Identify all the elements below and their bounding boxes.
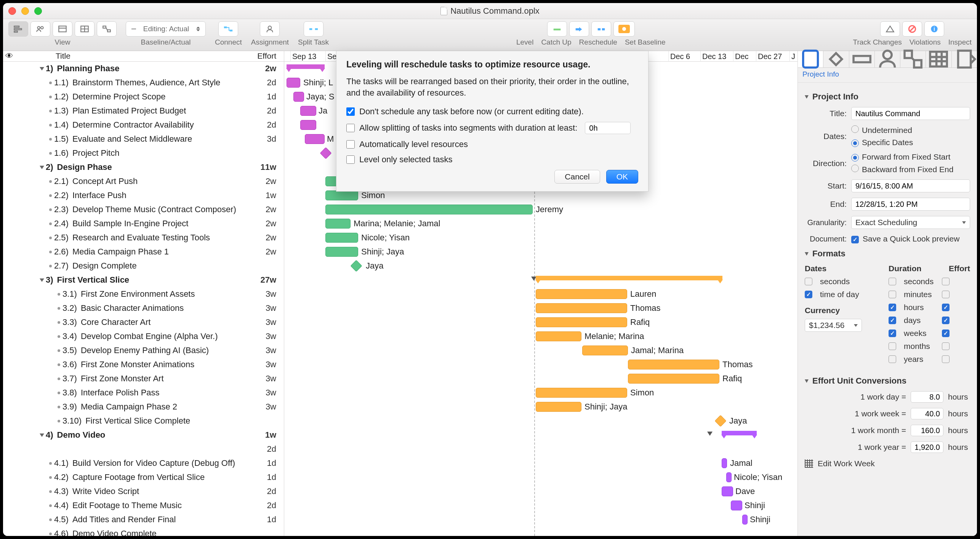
duration-weeks-checkbox[interactable]: [889, 329, 896, 337]
quicklook-checkbox[interactable]: Save a Quick Look preview: [851, 234, 959, 243]
outline-row[interactable]: 4.3) Write Video Script 2d: [3, 485, 284, 499]
task-bar[interactable]: [325, 219, 351, 229]
outline-row[interactable]: 3.2) Basic Character Animations 3w: [3, 301, 284, 315]
task-bar[interactable]: [742, 515, 748, 525]
summary-collapse-icon[interactable]: [707, 432, 713, 436]
inspector-tab-milestone[interactable]: [823, 51, 849, 67]
outline-row[interactable]: 2d: [3, 442, 284, 456]
baseline-actual-selector[interactable]: Editing: Actual: [126, 21, 206, 37]
inspector-tab-project[interactable]: [798, 51, 823, 67]
outline-row[interactable]: 3.5) Develop Enemy Pathing AI (Basic) 3w: [3, 344, 284, 358]
outline-row[interactable]: 2.5) Research and Evaluate Testing Tools…: [3, 231, 284, 245]
outline-row[interactable]: 2.7) Design Complete: [3, 259, 284, 273]
dates-timeofday-checkbox[interactable]: time of day: [805, 290, 859, 299]
task-bar[interactable]: [726, 472, 732, 482]
split-duration-input[interactable]: [585, 122, 631, 134]
outline-row[interactable]: 1.2) Determine Project Scope 1d: [3, 90, 284, 104]
outline-row[interactable]: 4.4) Edit Footage to Theme Music 2d: [3, 499, 284, 513]
task-bar[interactable]: [325, 205, 533, 214]
disclosure-triangle-icon[interactable]: [38, 433, 46, 437]
outline-row[interactable]: 4.2) Capture Footage from Vertical Slice…: [3, 470, 284, 485]
inspector-tab-task[interactable]: [849, 51, 875, 67]
outline-row[interactable]: 1.3) Plan Estimated Project Budget 2d: [3, 104, 284, 118]
outline-row[interactable]: 1.6) Project Pitch: [3, 146, 284, 160]
task-bar[interactable]: [722, 458, 727, 468]
auto-level-checkbox[interactable]: Automatically level resources: [346, 139, 638, 149]
view-network-button[interactable]: [97, 21, 117, 37]
section-formats[interactable]: Formats: [805, 249, 970, 259]
task-bar[interactable]: [628, 374, 719, 384]
dates-seconds-checkbox[interactable]: seconds: [805, 277, 850, 286]
outline-row[interactable]: 4) Demo Video 1w: [3, 428, 284, 442]
conv-year-input[interactable]: [911, 441, 943, 453]
task-bar[interactable]: [731, 501, 742, 510]
column-title[interactable]: Title: [15, 51, 246, 61]
task-bar[interactable]: [325, 190, 358, 200]
direction-forward-radio[interactable]: Forward from Fixed Start: [851, 152, 953, 162]
outline-row[interactable]: 3.1) First Zone Environment Assets 3w: [3, 287, 284, 301]
summary-bar[interactable]: [722, 431, 757, 435]
task-bar[interactable]: [536, 317, 627, 327]
edit-work-week-button[interactable]: Edit Work Week: [805, 459, 970, 468]
duration-months-checkbox[interactable]: [889, 342, 896, 350]
summary-bar[interactable]: [287, 64, 325, 69]
inspect-button[interactable]: i: [924, 21, 944, 37]
outline-row[interactable]: 3.6) First Zone Monster Animations 3w: [3, 358, 284, 372]
view-grid-button[interactable]: [75, 21, 94, 37]
summary-bar[interactable]: [536, 276, 722, 280]
allow-splitting-checkbox[interactable]: Allow splitting of tasks into segments w…: [346, 122, 638, 134]
milestone-diamond[interactable]: [714, 415, 726, 427]
outline-row[interactable]: 1.1) Brainstorm Themes, Audience, Art St…: [3, 76, 284, 90]
duration-years-checkbox[interactable]: [889, 355, 896, 363]
outline-row[interactable]: 2.6) Media Campaign Phase 1 2w: [3, 245, 284, 259]
outline-row[interactable]: 3.7) First Zone Monster Art 3w: [3, 372, 284, 386]
task-bar[interactable]: [293, 92, 304, 102]
cancel-button[interactable]: Cancel: [554, 170, 600, 184]
task-outline[interactable]: 👁 Title Effort 1) Planning Phase 2w 1.1)…: [3, 51, 284, 536]
outline-row[interactable]: 4.5) Add Titles and Render Final 1d: [3, 513, 284, 527]
project-title-input[interactable]: [851, 107, 970, 120]
inspector-tab-resource[interactable]: [875, 51, 900, 67]
ok-button[interactable]: OK: [606, 170, 638, 184]
task-bar[interactable]: [536, 331, 581, 341]
task-bar[interactable]: [536, 402, 581, 412]
task-bar[interactable]: [628, 360, 719, 369]
effort-days-checkbox[interactable]: [942, 317, 950, 324]
effort-weeks-checkbox[interactable]: [942, 329, 950, 337]
dates-undetermined-radio[interactable]: Undetermined: [851, 125, 913, 135]
granularity-select[interactable]: Exact Scheduling: [851, 216, 970, 229]
column-effort[interactable]: Effort: [246, 51, 284, 61]
track-changes-button[interactable]: [880, 21, 900, 37]
task-bar[interactable]: [325, 247, 358, 257]
level-button[interactable]: [547, 21, 567, 37]
effort-years-checkbox[interactable]: [942, 355, 950, 363]
view-calendar-button[interactable]: [53, 21, 72, 37]
outline-row[interactable]: 4.6) Demo Video Complete: [3, 527, 284, 536]
view-gantt-button[interactable]: [8, 21, 28, 37]
section-project-info[interactable]: Project Info: [805, 92, 970, 102]
outline-row[interactable]: 3.4) Develop Combat Engine (Alpha Ver.) …: [3, 329, 284, 344]
inspector-tab-export[interactable]: [952, 51, 977, 67]
dates-specific-radio[interactable]: Specific Dates: [851, 138, 913, 147]
start-date-input[interactable]: [851, 179, 970, 192]
effort-seconds-checkbox[interactable]: [942, 278, 950, 285]
conv-month-input[interactable]: [911, 425, 943, 436]
end-date-input[interactable]: [851, 198, 970, 211]
outline-row[interactable]: 3.9) Media Campaign Phase 2 3w: [3, 400, 284, 414]
dont-schedule-before-now-checkbox[interactable]: Don't schedule any task before now (or c…: [346, 107, 638, 117]
inspector-tab-columns[interactable]: [926, 51, 951, 67]
task-bar[interactable]: [305, 134, 325, 144]
task-bar[interactable]: [300, 106, 316, 116]
set-baseline-button[interactable]: [613, 21, 635, 37]
task-bar[interactable]: [582, 345, 628, 355]
disclosure-triangle-icon[interactable]: [38, 278, 46, 282]
split-task-button[interactable]: [304, 21, 323, 37]
outline-row[interactable]: 2) Design Phase 11w: [3, 160, 284, 174]
duration-minutes-checkbox[interactable]: [889, 291, 896, 298]
connect-button[interactable]: [218, 21, 238, 37]
currency-select[interactable]: $1,234.56: [805, 319, 862, 332]
task-bar[interactable]: [300, 120, 316, 130]
outline-row[interactable]: 3.8) Interface Polish Pass 3w: [3, 386, 284, 400]
effort-months-checkbox[interactable]: [942, 342, 950, 350]
outline-row[interactable]: 1.4) Determine Contractor Availability 2…: [3, 118, 284, 132]
